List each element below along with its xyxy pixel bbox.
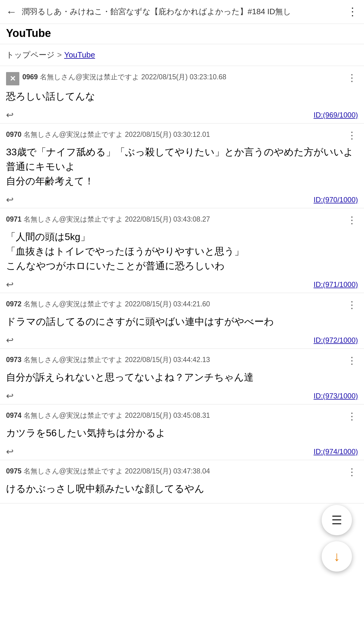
post-header-0970: 0970 名無しさん@実況は禁止ですよ 2022/08/15(月) 03:30:… <box>6 130 358 141</box>
post-more-0973[interactable]: ⋮ <box>346 355 358 366</box>
post-id-0970: 0970 <box>6 130 21 138</box>
post-0973: 0973 名無しさん@実況は禁止ですよ 2022/08/15(月) 03:44:… <box>0 349 364 404</box>
post-body-0974: カツラを56したい気持ちは分かるよ <box>6 426 358 440</box>
post-footer-0972: ↩ ID:(972/1000) <box>6 333 358 345</box>
post-timestamp-0972: 2022/08/15(月) 03:44:21.60 <box>125 300 210 308</box>
post-0970: 0970 名無しさん@実況は禁止ですよ 2022/08/15(月) 03:30:… <box>0 124 364 208</box>
post-footer-0971: ↩ ID:(971/1000) <box>6 277 358 290</box>
post-username-0970: 名無しさん@実況は禁止ですよ <box>24 130 123 138</box>
post-username-0972: 名無しさん@実況は禁止ですよ <box>24 300 123 308</box>
post-id-label-0972[interactable]: ID:(972/1000) <box>314 336 358 345</box>
post-footer-0970: ↩ ID:(970/1000) <box>6 193 358 205</box>
post-meta-0973: 0973 名無しさん@実況は禁止ですよ 2022/08/15(月) 03:44:… <box>6 355 346 364</box>
reply-button-0972[interactable]: ↩ <box>6 335 14 345</box>
reply-button-0974[interactable]: ↩ <box>6 446 14 457</box>
posts-container: ✕ 0969 名無しさん@実況は禁止ですよ 2022/08/15(月) 03:2… <box>0 66 364 503</box>
header-title: 潤羽るしあ・みけねこ・飴宮なずな【庇わなかればよかった】#184 ID無し <box>22 7 343 17</box>
post-header-0973: 0973 名無しさん@実況は禁止ですよ 2022/08/15(月) 03:44:… <box>6 355 358 366</box>
post-meta-0975: 0975 名無しさん@実況は禁止ですよ 2022/08/15(月) 03:47:… <box>6 466 346 476</box>
post-username-0973: 名無しさん@実況は禁止ですよ <box>24 356 123 364</box>
post-0974: 0974 名無しさん@実況は禁止ですよ 2022/08/15(月) 03:45:… <box>0 404 364 460</box>
post-body-0969: 恐ろしい話してんな <box>6 89 358 104</box>
page-header: ← 潤羽るしあ・みけねこ・飴宮なずな【庇わなかればよかった】#184 ID無し … <box>0 0 364 24</box>
post-id-0971: 0971 <box>6 215 21 223</box>
post-body-0973: 自分が訴えられないと思ってないよね？アンチちゃん達 <box>6 370 358 384</box>
post-id-label-0970[interactable]: ID:(970/1000) <box>314 196 358 204</box>
post-username-0971: 名無しさん@実況は禁止ですよ <box>24 215 123 223</box>
post-header-0975: 0975 名無しさん@実況は禁止ですよ 2022/08/15(月) 03:47:… <box>6 466 358 478</box>
post-timestamp-0973: 2022/08/15(月) 03:44:42.13 <box>125 356 210 364</box>
post-meta-0974: 0974 名無しさん@実況は禁止ですよ 2022/08/15(月) 03:45:… <box>6 411 346 420</box>
post-more-0969[interactable]: ⋮ <box>346 72 358 84</box>
post-more-0971[interactable]: ⋮ <box>346 214 358 226</box>
post-header-0969: ✕ 0969 名無しさん@実況は禁止ですよ 2022/08/15(月) 03:2… <box>6 72 358 85</box>
post-username-0969: 名無しさん@実況は禁止ですよ <box>40 73 139 81</box>
post-more-0975[interactable]: ⋮ <box>346 466 358 478</box>
post-0972: 0972 名無しさん@実況は禁止ですよ 2022/08/15(月) 03:44:… <box>0 293 364 349</box>
post-header-0972: 0972 名無しさん@実況は禁止ですよ 2022/08/15(月) 03:44:… <box>6 299 358 311</box>
post-id-label-0973[interactable]: ID:(973/1000) <box>314 392 358 400</box>
post-body-0971: 「人間の頭は5kg」「血抜きはトイレでやったほうがやりやすいと思う」こんなやつが… <box>6 229 358 273</box>
post-timestamp-0971: 2022/08/15(月) 03:43:08.27 <box>125 215 210 223</box>
reply-button-0973[interactable]: ↩ <box>6 391 14 401</box>
reply-button-0970[interactable]: ↩ <box>6 194 14 205</box>
post-more-0974[interactable]: ⋮ <box>346 411 358 422</box>
post-id-0969: 0969 <box>22 73 38 81</box>
app-brand: YouTube <box>0 24 364 44</box>
post-timestamp-0969: 2022/08/15(月) 03:23:10.68 <box>141 73 226 81</box>
post-id-0972: 0972 <box>6 300 21 308</box>
post-timestamp-0970: 2022/08/15(月) 03:30:12.01 <box>125 130 210 138</box>
post-0969: ✕ 0969 名無しさん@実況は禁止ですよ 2022/08/15(月) 03:2… <box>0 66 364 124</box>
post-footer-0969: ↩ ID:(969/1000) <box>6 108 358 120</box>
post-id-label-0974[interactable]: ID:(974/1000) <box>314 447 358 456</box>
breadcrumb: トップページ > YouTube <box>0 44 364 66</box>
post-0971: 0971 名無しさん@実況は禁止ですよ 2022/08/15(月) 03:43:… <box>0 208 364 293</box>
deleted-marker: ✕ <box>6 72 19 85</box>
post-id-0973: 0973 <box>6 356 21 364</box>
post-id-0974: 0974 <box>6 411 21 419</box>
post-footer-0973: ↩ ID:(973/1000) <box>6 389 358 401</box>
post-body-0975: けるかぶっさし呪中頼みたいな顔してるやん <box>6 481 358 496</box>
reply-button-0971[interactable]: ↩ <box>6 279 14 290</box>
post-more-0972[interactable]: ⋮ <box>346 299 358 311</box>
post-timestamp-0975: 2022/08/15(月) 03:47:38.04 <box>125 467 210 475</box>
post-meta-0970: 0970 名無しさん@実況は禁止ですよ 2022/08/15(月) 03:30:… <box>6 130 346 139</box>
post-id-label-0971[interactable]: ID:(971/1000) <box>314 280 358 289</box>
post-body-0970: 33歳で「ナイフ舐める」「ぶっ殺してやりたい」とか言うのやめた方がいいよ普通にキ… <box>6 145 358 188</box>
post-0975: 0975 名無しさん@実況は禁止ですよ 2022/08/15(月) 03:47:… <box>0 460 364 503</box>
post-meta-0969: 0969 名無しさん@実況は禁止ですよ 2022/08/15(月) 03:23:… <box>22 72 346 82</box>
post-id-label-0969[interactable]: ID:(969/1000) <box>314 111 358 119</box>
post-id-0975: 0975 <box>6 467 21 475</box>
breadcrumb-current[interactable]: YouTube <box>64 50 95 60</box>
post-body-0972: ドラマの話してるのにさすがに頭やばい連中はすがやべーわ <box>6 314 358 329</box>
breadcrumb-separator: > <box>57 50 62 60</box>
post-meta-0971: 0971 名無しさん@実況は禁止ですよ 2022/08/15(月) 03:43:… <box>6 214 346 224</box>
post-timestamp-0974: 2022/08/15(月) 03:45:08.31 <box>125 411 210 419</box>
post-username-0975: 名無しさん@実況は禁止ですよ <box>24 467 123 475</box>
post-footer-0974: ↩ ID:(974/1000) <box>6 444 358 457</box>
header-more-button[interactable]: ⋮ <box>347 5 358 18</box>
post-more-0970[interactable]: ⋮ <box>346 130 358 141</box>
post-header-0974: 0974 名無しさん@実況は禁止ですよ 2022/08/15(月) 03:45:… <box>6 411 358 422</box>
post-header-0971: 0971 名無しさん@実況は禁止ですよ 2022/08/15(月) 03:43:… <box>6 214 358 226</box>
post-username-0974: 名無しさん@実況は禁止ですよ <box>24 411 123 419</box>
back-button[interactable]: ← <box>6 5 17 18</box>
reply-button-0969[interactable]: ↩ <box>6 110 14 120</box>
breadcrumb-home-link[interactable]: トップページ <box>6 50 55 60</box>
post-meta-0972: 0972 名無しさん@実況は禁止ですよ 2022/08/15(月) 03:44:… <box>6 299 346 309</box>
